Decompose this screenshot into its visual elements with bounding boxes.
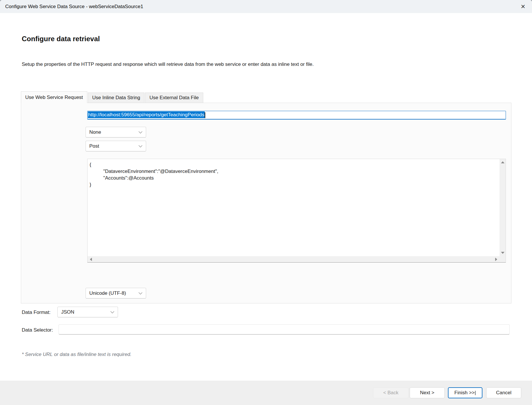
encoding-select[interactable]: Unicode (UTF-8): [86, 288, 146, 299]
cancel-button[interactable]: Cancel: [486, 387, 521, 398]
tab-bar: Use Web Service Request Use Inline Data …: [21, 91, 203, 103]
arrow-down-icon: [501, 252, 504, 254]
horizontal-scrollbar[interactable]: [88, 256, 500, 262]
back-button[interactable]: < Back: [373, 387, 408, 398]
arrow-right-icon: [495, 258, 497, 261]
authentication-type-value: None: [89, 129, 101, 135]
arrow-left-icon: [90, 258, 92, 261]
data-format-label: Data Format:: [22, 310, 50, 315]
required-note: * Service URL or data as file/inline tex…: [22, 352, 132, 357]
body-textarea[interactable]: { "DataverceEnvironment":"@DataverceEnvi…: [87, 159, 506, 263]
next-button[interactable]: Next >: [410, 387, 445, 398]
scroll-down-button[interactable]: [500, 250, 506, 256]
tab-use-external-data-file[interactable]: Use External Data File: [145, 93, 203, 103]
scroll-left-button[interactable]: [88, 256, 94, 262]
page-description: Setup the properties of the HTTP request…: [22, 62, 314, 67]
selected-url-text: http://localhost:59655/api/reports/getTe…: [88, 111, 205, 118]
close-icon: ×: [521, 2, 525, 11]
method-select[interactable]: Post: [86, 141, 146, 151]
chevron-down-icon: [110, 310, 114, 313]
service-url-input[interactable]: http://localhost:59655/api/reports/getTe…: [87, 111, 506, 120]
scroll-up-button[interactable]: [500, 159, 506, 165]
vertical-scrollbar[interactable]: [500, 159, 506, 256]
footer-bar: < Back Next > Finish >>| Cancel: [0, 381, 532, 405]
text-caret: [205, 112, 205, 118]
authentication-type-select[interactable]: None: [86, 127, 146, 138]
arrow-up-icon: [501, 161, 504, 163]
data-selector-input[interactable]: [59, 324, 510, 335]
tab-use-inline-data-string[interactable]: Use Inline Data String: [88, 93, 144, 103]
chevron-down-icon: [139, 291, 142, 294]
close-button[interactable]: ×: [518, 2, 528, 11]
page-title: Configure data retrieval: [22, 35, 100, 43]
window-title: Configure Web Service Data Source - webS…: [5, 0, 143, 13]
scrollbar-corner: [500, 256, 506, 262]
method-value: Post: [89, 143, 99, 149]
chevron-down-icon: [139, 130, 142, 133]
body-text: { "DataverceEnvironment":"@DataverceEnvi…: [88, 159, 499, 256]
title-bar: Configure Web Service Data Source - webS…: [0, 0, 532, 13]
finish-button[interactable]: Finish >>|: [448, 387, 482, 398]
chevron-down-icon: [139, 144, 142, 147]
encoding-value: Unicode (UTF-8): [89, 290, 126, 296]
tab-use-web-service-request[interactable]: Use Web Service Request: [21, 91, 87, 103]
scroll-right-button[interactable]: [493, 256, 500, 262]
data-selector-label: Data Selector:: [22, 327, 53, 333]
data-format-select[interactable]: JSON: [57, 307, 118, 317]
data-format-value: JSON: [61, 309, 74, 315]
dialog-window: Configure Web Service Data Source - webS…: [0, 0, 532, 405]
